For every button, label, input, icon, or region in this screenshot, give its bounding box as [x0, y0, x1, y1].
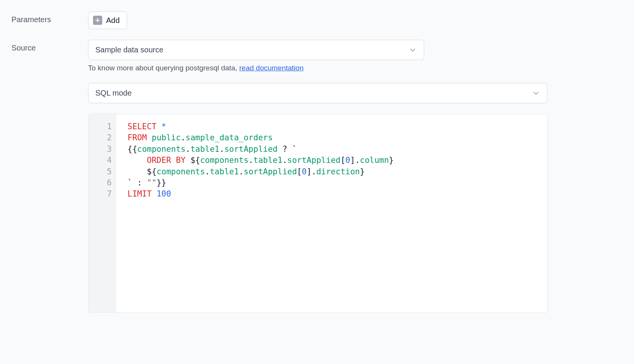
token-punct: . — [205, 167, 210, 176]
token-ident: components — [200, 156, 248, 165]
line-number: 6 — [95, 177, 112, 188]
token-ident: components — [137, 145, 185, 154]
chevron-down-icon — [409, 46, 417, 54]
documentation-link[interactable]: read documentation — [239, 64, 304, 72]
mode-selected-value: SQL mode — [95, 89, 132, 98]
token-number: 0 — [302, 167, 307, 176]
token-keyword: SELECT — [127, 122, 157, 131]
token-ident: sortApplied — [243, 167, 297, 176]
token-punct: ? — [278, 145, 292, 154]
source-row: Source Sample data source To know more a… — [11, 40, 623, 72]
token-punct: ` — [292, 145, 297, 154]
token-ident: sortApplied — [287, 156, 340, 165]
source-selected-value: Sample data source — [95, 46, 163, 54]
token-punct: [ — [297, 167, 302, 176]
token-punct: : — [132, 178, 147, 187]
parameters-controls: Add — [88, 11, 623, 29]
token-punct: ${ — [147, 167, 157, 176]
source-hint: To know more about querying postgresql d… — [88, 64, 623, 72]
token-number: 0 — [345, 156, 350, 165]
token-star: * — [162, 122, 167, 131]
token-keyword: ORDER BY — [147, 156, 186, 165]
chevron-down-icon — [532, 89, 540, 98]
token-punct: . — [355, 156, 360, 165]
source-hint-text: To know more about querying postgresql d… — [88, 64, 239, 72]
parameters-row: Parameters Add — [11, 11, 623, 29]
token-keyword: LIMIT — [127, 189, 152, 198]
line-number: 5 — [95, 166, 112, 177]
editor-code[interactable]: SELECT * FROM public.sample_data_orders … — [116, 114, 547, 312]
token-punct: ${ — [190, 156, 200, 165]
token-punct: . — [181, 133, 186, 142]
token-string: "" — [147, 178, 157, 187]
token-ident: public — [152, 133, 181, 142]
token-ident: components — [157, 167, 205, 176]
token-punct: . — [283, 156, 288, 165]
source-dropdown[interactable]: Sample data source — [88, 40, 424, 60]
token-ident: table1 — [210, 167, 239, 176]
token-number: 100 — [157, 189, 171, 198]
token-ident: direction — [316, 167, 360, 176]
editor-gutter: 1 2 3 4 5 6 7 — [88, 114, 116, 312]
token-punct: . — [248, 156, 253, 165]
token-punct: }} — [157, 178, 166, 187]
mode-dropdown[interactable]: SQL mode — [88, 83, 547, 103]
token-ident: column — [360, 156, 389, 165]
token-punct: . — [312, 167, 317, 176]
line-number: 2 — [95, 132, 112, 143]
token-ident: table1 — [190, 145, 219, 154]
plus-icon — [93, 16, 102, 25]
token-punct: . — [219, 145, 224, 154]
token-punct: . — [239, 167, 244, 176]
parameters-label: Parameters — [11, 11, 88, 24]
token-punct: } — [389, 156, 394, 165]
line-number: 4 — [95, 155, 112, 166]
token-punct: [ — [340, 156, 345, 165]
token-punct: ] — [350, 156, 355, 165]
sql-editor[interactable]: 1 2 3 4 5 6 7 SELECT * FROM public.sampl… — [88, 114, 547, 313]
token-punct: } — [360, 167, 365, 176]
source-controls: Sample data source To know more about qu… — [88, 40, 623, 72]
token-punct: . — [186, 145, 191, 154]
token-punct: {{ — [127, 145, 137, 154]
token-ident: sample_data_orders — [186, 133, 273, 142]
token-ident: table1 — [253, 156, 283, 165]
line-number: 1 — [95, 121, 112, 132]
add-button-label: Add — [106, 16, 120, 25]
token-ident: sortApplied — [224, 145, 278, 154]
mode-row: SQL mode — [88, 83, 547, 103]
token-keyword: FROM — [127, 133, 147, 142]
line-number: 7 — [95, 188, 112, 200]
token-punct: ] — [307, 167, 312, 176]
add-parameter-button[interactable]: Add — [88, 11, 127, 29]
source-label: Source — [11, 40, 88, 52]
token-punct: ` — [127, 178, 132, 187]
line-number: 3 — [95, 144, 112, 155]
